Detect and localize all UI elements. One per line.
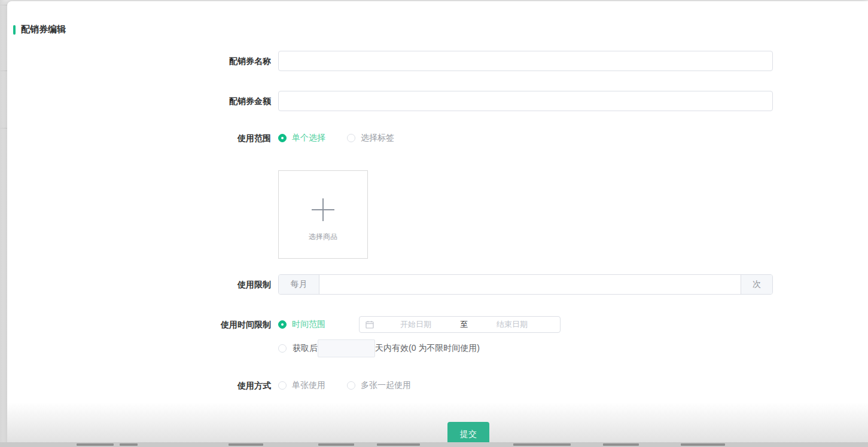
scope-option-single[interactable]: 单个选择 xyxy=(278,133,325,143)
clipped-text-fragment xyxy=(318,443,354,446)
sidebar-divider xyxy=(0,5,7,5)
end-date-placeholder[interactable]: 结束日期 xyxy=(470,319,554,330)
radio-unchecked-icon[interactable] xyxy=(278,344,287,353)
coupon-edit-panel: 配销券编辑 配销券名称 配销券金额 使用范围 单个选择 选择标签 选择商品 使用… xyxy=(7,1,868,447)
scope-option-tag[interactable]: 选择标签 xyxy=(347,133,394,143)
days-option-suffix: 天内有效(0 为不限时间使用) xyxy=(375,343,480,354)
clipped-text-fragment xyxy=(229,443,263,446)
sidebar-edge xyxy=(0,0,7,447)
valid-days-input[interactable] xyxy=(318,339,375,357)
clipped-content-strip xyxy=(0,442,868,447)
coupon-edit-screen: 配销券编辑 配销券名称 配销券金额 使用范围 单个选择 选择标签 选择商品 使用… xyxy=(0,0,868,447)
time-limit-label: 使用时间限制 xyxy=(7,316,271,333)
method-option-multiple-label: 多张一起使用 xyxy=(361,380,411,391)
page-title: 配销券编辑 xyxy=(13,24,66,35)
radio-unchecked-icon[interactable] xyxy=(347,381,355,390)
sidebar-divider xyxy=(0,71,7,71)
usage-method-options: 单张使用 多张一起使用 xyxy=(278,378,411,393)
radio-checked-icon[interactable] xyxy=(278,320,287,329)
time-range-option: 时间范围 xyxy=(278,316,325,333)
title-accent-bar xyxy=(13,25,16,35)
select-product-label: 选择商品 xyxy=(309,232,337,242)
sidebar-divider xyxy=(0,128,7,128)
usage-limit-input[interactable] xyxy=(319,275,741,294)
radio-unchecked-icon[interactable] xyxy=(278,381,287,390)
days-option-prefix: 获取后 xyxy=(293,343,318,354)
method-option-single-label: 单张使用 xyxy=(292,380,325,391)
usage-scope-label: 使用范围 xyxy=(7,131,271,145)
date-range-separator: 至 xyxy=(458,319,470,330)
start-date-placeholder[interactable]: 开始日期 xyxy=(374,319,458,330)
coupon-amount-input[interactable] xyxy=(278,91,773,111)
plus-icon xyxy=(312,198,334,221)
time-range-label: 时间范围 xyxy=(292,319,325,330)
calendar-icon xyxy=(366,320,374,329)
select-product-box[interactable]: 选择商品 xyxy=(278,170,368,259)
page-title-text: 配销券编辑 xyxy=(21,24,66,35)
clipped-text-fragment xyxy=(681,443,725,446)
radio-checked-icon[interactable] xyxy=(278,134,287,142)
method-option-multiple[interactable]: 多张一起使用 xyxy=(347,380,411,391)
scope-option-single-label: 单个选择 xyxy=(292,133,325,143)
usage-limit-label: 使用限制 xyxy=(7,274,271,295)
limit-prepend: 每月 xyxy=(279,275,319,294)
coupon-name-input[interactable] xyxy=(278,51,773,71)
coupon-amount-label: 配销券金额 xyxy=(7,91,271,111)
clipped-text-fragment xyxy=(513,443,571,446)
coupon-name-label: 配销券名称 xyxy=(7,51,271,71)
limit-append: 次 xyxy=(741,275,772,294)
method-option-single[interactable]: 单张使用 xyxy=(278,380,325,391)
time-option-days: 获取后 天内有效(0 为不限时间使用) xyxy=(278,339,480,357)
clipped-text-fragment xyxy=(120,443,138,446)
usage-limit-input-group: 每月 次 xyxy=(278,274,773,295)
radio-unchecked-icon[interactable] xyxy=(347,134,355,142)
usage-scope-options: 单个选择 选择标签 xyxy=(278,131,394,145)
clipped-text-fragment xyxy=(603,443,639,446)
scope-option-tag-label: 选择标签 xyxy=(361,133,394,143)
clipped-text-fragment xyxy=(377,443,420,446)
usage-method-label: 使用方式 xyxy=(7,378,271,393)
date-range-picker[interactable]: 开始日期 至 结束日期 xyxy=(359,316,561,333)
clipped-text-fragment xyxy=(77,443,114,446)
time-option-range[interactable]: 时间范围 xyxy=(278,319,325,330)
